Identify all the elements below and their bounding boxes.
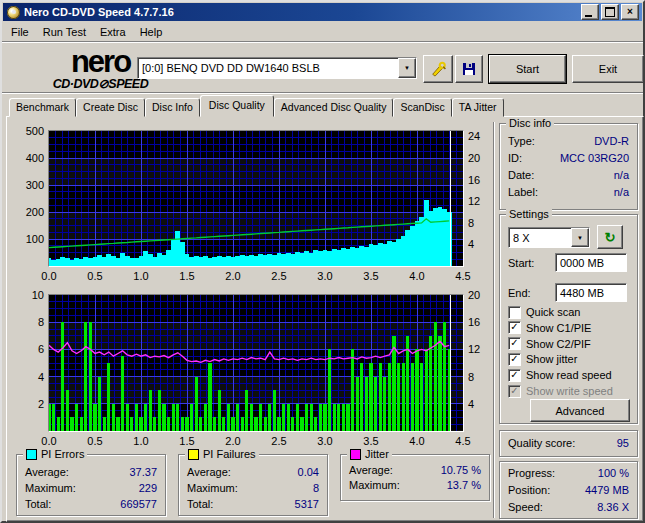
axis-tick-label: 12 bbox=[468, 343, 480, 355]
menu-extra[interactable]: Extra bbox=[93, 25, 133, 39]
checkbox-label: Show write speed bbox=[526, 385, 613, 397]
close-button[interactable]: × bbox=[621, 4, 639, 20]
tab-benchmark[interactable]: Benchmark bbox=[9, 98, 76, 117]
axis-tick-label: 20 bbox=[468, 152, 480, 164]
checkbox-label: Show C1/PIE bbox=[526, 322, 591, 334]
menu-file[interactable]: File bbox=[4, 25, 36, 39]
progress-value: 100 % bbox=[598, 467, 629, 479]
pi-errors-legend-swatch bbox=[26, 449, 37, 460]
axis-tick-label: 2.0 bbox=[225, 270, 240, 282]
axis-tick-label: 4 bbox=[468, 398, 474, 410]
disc-info-panel: Disc info Type:DVD-RID:MCC 03RG20Date:n/… bbox=[499, 123, 638, 210]
average-label: Average: bbox=[349, 464, 393, 476]
axis-tick-label: 16 bbox=[468, 316, 480, 328]
refresh-button[interactable]: ↻ bbox=[597, 225, 623, 249]
checkbox-box[interactable]: ✓ bbox=[508, 369, 521, 382]
id-label: ID: bbox=[508, 152, 522, 164]
axis-tick-label: 500 bbox=[10, 125, 44, 137]
drive-select-value: [0:0] BENQ DVD DD DW1640 BSLB bbox=[138, 62, 398, 74]
app-icon bbox=[7, 6, 20, 19]
axis-tick-label: 10 bbox=[10, 289, 44, 301]
chevron-down-icon[interactable]: ▼ bbox=[571, 228, 589, 247]
start-button[interactable]: Start bbox=[489, 55, 566, 83]
end-position-value: 4480 MB bbox=[560, 287, 604, 299]
axis-tick-label: 8 bbox=[468, 371, 474, 383]
floppy-disk-icon bbox=[461, 61, 477, 77]
checkbox-show-c2-pif[interactable]: ✓Show C2/PIF bbox=[508, 337, 591, 351]
options-button[interactable] bbox=[423, 55, 453, 83]
checkbox-show-jitter[interactable]: ✓Show jitter bbox=[508, 352, 577, 366]
stat-row: Speed:8.36 X bbox=[508, 500, 629, 514]
axis-tick-label: 4.0 bbox=[409, 270, 424, 282]
tab-ta-jitter[interactable]: TA Jitter bbox=[452, 98, 504, 117]
axis-tick-label: 24 bbox=[468, 130, 480, 142]
axis-tick-label: 20 bbox=[468, 289, 480, 301]
cddvdspeed-logo-text: CD·DVD⊘SPEED bbox=[38, 78, 163, 91]
stat-row: Progress:100 % bbox=[508, 466, 629, 480]
tab-advanced-disc-quality[interactable]: Advanced Disc Quality bbox=[274, 98, 394, 117]
pi-failures-chart-plot bbox=[48, 294, 464, 432]
tab-disc-info[interactable]: Disc Info bbox=[145, 98, 200, 117]
maximum-value: 13.7 % bbox=[447, 479, 481, 491]
advanced-button[interactable]: Advanced bbox=[530, 399, 630, 422]
menu-help[interactable]: Help bbox=[133, 25, 170, 39]
maximum-value: 8 bbox=[313, 482, 319, 494]
start-position-value: 0000 MB bbox=[560, 257, 604, 269]
disc-info-panel-title: Disc info bbox=[506, 117, 554, 129]
minimize-button[interactable] bbox=[581, 4, 599, 20]
titlebar: Nero CD-DVD Speed 4.7.7.16 × bbox=[3, 3, 642, 21]
axis-tick-label: 4.5 bbox=[455, 270, 470, 282]
axis-tick-label: 3.5 bbox=[363, 435, 378, 447]
exit-button[interactable]: Exit bbox=[572, 55, 644, 83]
app-window: Nero CD-DVD Speed 4.7.7.16 × FileRun Tes… bbox=[0, 0, 645, 523]
stat-row: Total:5317 bbox=[187, 497, 319, 511]
tab-create-disc[interactable]: Create Disc bbox=[76, 98, 145, 117]
label-label: Label: bbox=[508, 186, 538, 198]
axis-tick-label: 8 bbox=[468, 217, 474, 229]
checkbox-box[interactable]: ✓ bbox=[508, 321, 521, 334]
label-value: n/a bbox=[614, 186, 629, 198]
checkbox-box[interactable]: ✓ bbox=[508, 353, 521, 366]
menu-run-test[interactable]: Run Test bbox=[36, 25, 93, 39]
position-label: Position: bbox=[508, 484, 550, 496]
progress-panel: Progress:100 %Position:4479 MBSpeed:8.36… bbox=[499, 461, 638, 519]
checkbox-box[interactable] bbox=[508, 306, 521, 319]
average-value: 37.37 bbox=[129, 466, 157, 478]
maximize-button[interactable] bbox=[601, 4, 619, 20]
speed-select[interactable]: 8 X ▼ bbox=[508, 227, 590, 248]
id-value: MCC 03RG20 bbox=[560, 152, 629, 164]
menubar: FileRun TestExtraHelp bbox=[4, 23, 169, 40]
checkbox-show-c1-pie[interactable]: ✓Show C1/PIE bbox=[508, 321, 591, 335]
stat-row: Label:n/a bbox=[508, 185, 629, 199]
stat-row: Average:37.37 bbox=[25, 465, 157, 479]
end-position-field[interactable]: 4480 MB bbox=[555, 283, 627, 302]
checkbox-show-read-speed[interactable]: ✓Show read speed bbox=[508, 368, 612, 382]
tab-disc-quality[interactable]: Disc Quality bbox=[200, 95, 274, 117]
axis-tick-label: 1.5 bbox=[179, 270, 194, 282]
checkbox-box: ✓ bbox=[508, 385, 521, 398]
axis-tick-label: 400 bbox=[10, 152, 44, 164]
stat-row: ID:MCC 03RG20 bbox=[508, 151, 629, 165]
type-value: DVD-R bbox=[594, 135, 629, 147]
axis-tick-label: 2 bbox=[10, 398, 44, 410]
start-position-field[interactable]: 0000 MB bbox=[555, 253, 627, 272]
save-button[interactable] bbox=[455, 55, 483, 83]
total-label: Total: bbox=[25, 498, 51, 510]
chevron-down-icon[interactable]: ▼ bbox=[398, 58, 416, 78]
drive-select[interactable]: [0:0] BENQ DVD DD DW1640 BSLB ▼ bbox=[137, 57, 417, 79]
total-value: 669577 bbox=[120, 498, 157, 510]
pi-failures-chart: 108642201612840.00.51.01.52.02.53.03.54.… bbox=[10, 282, 496, 450]
checkbox-quick-scan[interactable]: Quick scan bbox=[508, 305, 580, 319]
speed-value: 8.36 X bbox=[597, 501, 629, 513]
axis-tick-label: 12 bbox=[468, 195, 480, 207]
start-position-label: Start: bbox=[508, 257, 534, 269]
axis-tick-label: 3.0 bbox=[317, 270, 332, 282]
tab-scandisc[interactable]: ScanDisc bbox=[393, 98, 451, 117]
total-value: 5317 bbox=[295, 498, 319, 510]
refresh-arrows-icon: ↻ bbox=[605, 231, 616, 244]
axis-tick-label: 0.5 bbox=[87, 270, 102, 282]
window-title: Nero CD-DVD Speed 4.7.7.16 bbox=[24, 6, 581, 18]
checkbox-box[interactable]: ✓ bbox=[508, 337, 521, 350]
stat-row: Date:n/a bbox=[508, 168, 629, 182]
maximize-icon bbox=[605, 7, 615, 17]
